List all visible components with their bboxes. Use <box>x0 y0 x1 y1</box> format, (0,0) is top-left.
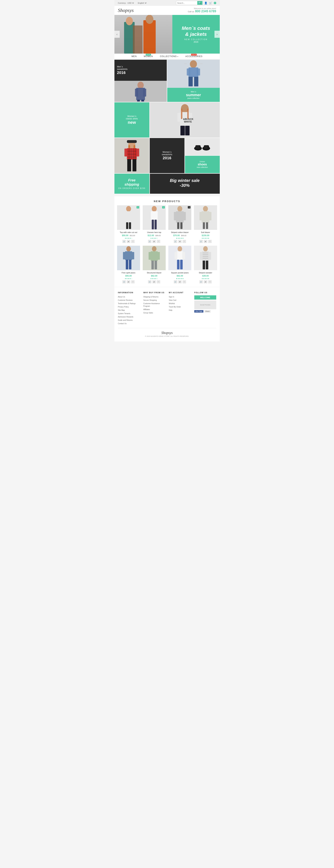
product-cart-btn-6[interactable]: 🛒 <box>148 280 152 283</box>
product-price-row-3: $70.00 $99.00 <box>168 234 191 237</box>
footer-link-cart[interactable]: View Cart <box>169 299 176 301</box>
product-compare-btn-4[interactable]: ⇄ <box>204 240 207 243</box>
footer-link-signin[interactable]: Sign In <box>169 296 174 298</box>
call-us-label: Call us <box>188 10 194 13</box>
product-compare-btn-8[interactable]: ⇄ <box>204 280 207 283</box>
footer-link-contact[interactable]: Contact Us <box>118 322 127 324</box>
product-compare-btn-1[interactable]: ⇄ <box>127 240 130 243</box>
product-price-8: $39.00 <box>202 275 209 277</box>
shipping-title: Free shipping <box>117 178 147 186</box>
product-price-1: $50.00 <box>122 234 129 237</box>
product-wishlist-btn-4[interactable]: ♡ <box>208 240 212 243</box>
user-icon[interactable]: 👤 <box>204 2 207 4</box>
product-price-row-6: $62.00 <box>143 275 166 277</box>
womens-classic-box[interactable]: Women`s classic shirts new <box>114 102 149 137</box>
footer-like-button[interactable]: Like Page <box>194 310 203 313</box>
footer-link-testimonials[interactable]: Testimonials & Ratings <box>118 303 136 305</box>
product-img-8[interactable] <box>194 246 217 270</box>
logo[interactable]: Shopsys <box>118 7 134 13</box>
product-name-2: Uneven hem top <box>143 231 166 234</box>
product-cart-btn-8[interactable]: 🛒 <box>199 280 203 283</box>
product-img-1[interactable]: % <box>117 205 140 230</box>
currency-selector[interactable]: Currency: USD EUR <box>118 2 135 4</box>
footer-link-shipping[interactable]: Shipping & Returns <box>143 296 159 298</box>
product-wishlist-btn-8[interactable]: ♡ <box>208 280 212 283</box>
hero-title: Men`s coats & jackets <box>182 25 210 37</box>
footer-link-wishlist[interactable]: Wishlist <box>169 303 175 305</box>
product-img-5[interactable] <box>117 246 140 270</box>
product-img-3[interactable]: % <box>168 205 191 230</box>
product-cart-btn-1[interactable]: 🛒 <box>122 240 126 243</box>
product-cart-btn-3[interactable]: 🛒 <box>174 240 177 243</box>
language-selector[interactable]: English <box>137 2 147 4</box>
footer-link-rewards[interactable]: Admission Rewards <box>118 316 133 318</box>
cart-icon[interactable]: 🛒 <box>209 2 212 4</box>
promo-mens-sweatshirts-container[interactable]: Men`s sweatshirts 2016 <box>114 60 167 102</box>
svg-rect-65 <box>176 211 184 223</box>
svg-rect-14 <box>197 68 200 75</box>
product-img-4[interactable] <box>194 205 217 230</box>
product-compare-btn-2[interactable]: ⇄ <box>152 240 156 243</box>
footer-link-reviews[interactable]: Customer Reviews <box>118 299 133 301</box>
svg-rect-83 <box>151 251 158 261</box>
search-box[interactable]: 🔍 <box>176 1 203 5</box>
product-wishlist-btn-5[interactable]: ♡ <box>131 280 135 283</box>
product-compare-btn-3[interactable]: ⇄ <box>178 240 182 243</box>
search-button[interactable]: 🔍 <box>197 1 202 5</box>
nav-item-collections[interactable]: COLLECTIONS <box>160 55 178 58</box>
product-compare-btn-6[interactable]: ⇄ <box>152 280 156 283</box>
product-wishlist-btn-7[interactable]: ♡ <box>182 280 186 283</box>
currency-label: Currency: <box>118 2 126 4</box>
product-cart-btn-5[interactable]: 🛒 <box>122 280 126 283</box>
footer-link-tenants[interactable]: System Tenants <box>118 313 130 314</box>
product-name-3: Striped cotton blazer <box>168 231 191 234</box>
footer-link-help[interactable]: Help <box>169 309 172 311</box>
svg-rect-75 <box>206 222 208 229</box>
product-wishlist-btn-2[interactable]: ♡ <box>157 240 160 243</box>
footer-link-sitemap[interactable]: Site Map <box>118 309 125 311</box>
footer-link-track[interactable]: Track My Order <box>169 306 181 308</box>
search-input[interactable] <box>176 1 197 5</box>
product-compare-btn-7[interactable]: ⇄ <box>178 280 182 283</box>
svg-rect-13 <box>187 68 190 75</box>
free-shipping-box[interactable]: Free shipping ON ORDERS OVER $299 <box>114 174 149 194</box>
language-select[interactable]: English <box>137 2 147 4</box>
product-img-7[interactable] <box>168 246 191 270</box>
womens-blackwhite-photo[interactable]: &BLACK WHITE <box>150 102 220 137</box>
product-wishlist-btn-3[interactable]: ♡ <box>182 240 186 243</box>
svg-rect-97 <box>202 254 209 255</box>
product-cart-btn-4[interactable]: 🛒 <box>199 240 203 243</box>
product-img-6[interactable] <box>143 246 166 270</box>
product-cart-btn-2[interactable]: 🛒 <box>148 240 152 243</box>
footer-link-secure[interactable]: Secure Shopping <box>143 299 157 301</box>
product-compare-btn-5[interactable]: ⇄ <box>127 280 130 283</box>
nav-item-accessories[interactable]: sale ACCESSORIES <box>185 55 203 58</box>
list-item: Help <box>169 309 191 311</box>
shoes-svg <box>194 142 211 152</box>
hero-prev-button[interactable]: ‹ <box>114 31 120 38</box>
svg-rect-53 <box>204 146 205 149</box>
hero-next-button[interactable]: › <box>214 31 220 38</box>
product-wishlist-btn-6[interactable]: ♡ <box>157 280 160 283</box>
footer-link-affiliates[interactable]: Affiliates <box>143 309 150 310</box>
svg-rect-16 <box>194 77 198 86</box>
footer-link-assistance[interactable]: Customer Assistance Program <box>143 303 160 307</box>
unisex-shoes-box[interactable]: Unisex shoes new collection <box>185 156 220 173</box>
currency-select[interactable]: USD EUR <box>127 2 134 4</box>
promo-mens-summer-container[interactable]: Men`s summer jeans collection <box>167 60 220 102</box>
big-sale-box[interactable]: Big winter sale -30% <box>150 174 220 194</box>
product-wishlist-btn-1[interactable]: ♡ <box>131 240 135 243</box>
footer-link-returns[interactable]: Guide and Returns <box>118 319 133 321</box>
womens-sweatshirts-box[interactable]: Women`s sweatshirts 2016 <box>150 138 185 173</box>
footer-link-about[interactable]: About Us <box>118 296 125 298</box>
footer-link-group-sales[interactable]: Group Sales <box>143 312 153 314</box>
shoes-photo[interactable] <box>185 138 220 155</box>
product-cart-btn-7[interactable]: 🛒 <box>174 280 177 283</box>
footer-link-privacy[interactable]: Privacy Policy <box>118 306 129 308</box>
womens-redplaid-photo[interactable] <box>114 138 149 173</box>
nav-item-men[interactable]: MEN <box>131 55 137 58</box>
product-name-7: Square pocket jeans <box>168 272 191 274</box>
footer-share-button[interactable]: Share <box>204 310 211 313</box>
product-img-2[interactable]: % <box>143 205 166 230</box>
nav-item-women[interactable]: new WOMEN <box>144 55 153 58</box>
